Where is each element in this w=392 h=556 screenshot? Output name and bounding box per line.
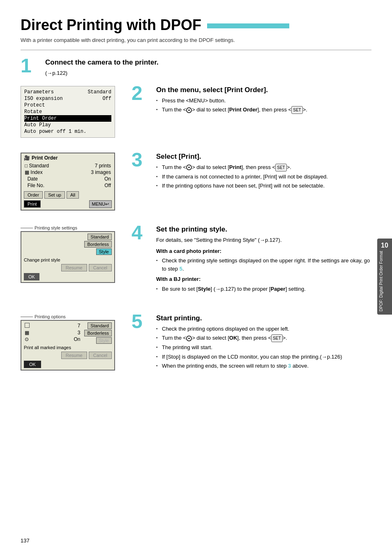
print-order-buttons: Order Set up All	[24, 191, 112, 199]
print-order-bottom: Print MENU↩	[24, 200, 112, 208]
options-annotation: Printing options	[21, 314, 123, 319]
style-options: Standard Borderless Style	[24, 234, 112, 255]
step-4-body: For details, see "Setting the Printing S…	[156, 236, 371, 293]
opt-row-3: ▦ 3	[24, 329, 81, 336]
print-options-left: 7 ▦ 3 ⊙ On	[24, 322, 81, 344]
step-2-bullet-2: Turn the <> dial to select [Print Order]…	[156, 106, 371, 114]
opt-row-7: 7	[24, 322, 81, 329]
step-5-screen: Printing options 7 ▦ 3	[21, 314, 123, 383]
chapter-text: DPOF: Digital Print Order Format	[379, 251, 383, 311]
print-options-right: Standard Borderless Style	[84, 322, 112, 344]
style-option-standard[interactable]: Standard	[88, 234, 112, 240]
step-1-body: (→p.122)	[45, 69, 371, 78]
print-all-label: Print all marked images	[24, 345, 112, 350]
opt-resume-btn[interactable]: Resume	[61, 352, 87, 359]
print-btn[interactable]: Print	[24, 200, 41, 208]
step-3-body: Turn the <> dial to select [Print], then…	[156, 163, 371, 190]
print-order-header: 🎥 Print Order	[24, 155, 112, 161]
style-label: Change print style	[24, 257, 112, 262]
step-4-sub-2: With a BJ printer:	[156, 275, 371, 284]
step-3-area: 🎥 Print Order □ Standard 7 prints ▦ Inde…	[21, 153, 371, 217]
step-3-bullet-1: Turn the <> dial to select [Print], then…	[156, 163, 371, 171]
step-2-area: Parameters Standard ISO expansion Off Pr…	[21, 86, 371, 144]
page-title: Direct Printing with DPOF	[21, 16, 371, 34]
resume-btn[interactable]: Resume	[61, 264, 87, 271]
print-order-row-fileno: File No. Off	[24, 182, 112, 189]
menu-btn[interactable]: MENU↩	[89, 200, 112, 208]
step-3-bullet-3: If the printing options have not been se…	[156, 182, 371, 190]
step-5-content: 5 Start printing. Check the printing opt…	[131, 314, 371, 383]
step-1-title: Connect the camera to the printer.	[45, 58, 371, 67]
step-4-sub-2-bullet-1: Be sure to set [Style] (→p.127) to the p…	[156, 285, 371, 293]
step-2-body: Press the <MENU> button. Turn the <> dia…	[156, 97, 371, 114]
step-5-detail: Start printing. Check the printing optio…	[156, 314, 371, 371]
step-2: 2 On the menu, select [Print Order]. Pre…	[131, 86, 371, 116]
step-5-body: Check the printing options displayed on …	[156, 325, 371, 370]
screen-row-parameters: Parameters Standard	[24, 89, 111, 95]
print-order-row-date: Date On	[24, 176, 112, 182]
print-options-top: 7 ▦ 3 ⊙ On Standard Borderless	[24, 322, 112, 344]
step-5-bullet-1: Check the printing options displayed on …	[156, 325, 371, 333]
style-option-style[interactable]: Style	[96, 248, 112, 255]
step-3-title: Select [Print].	[156, 153, 371, 161]
cancel-btn[interactable]: Cancel	[89, 264, 112, 271]
step-3: 3 Select [Print]. Turn the <> dial to se…	[131, 153, 371, 191]
all-btn[interactable]: All	[67, 191, 79, 199]
divider	[21, 50, 371, 50]
step-5-bullet-3: The printing will start.	[156, 343, 371, 352]
screen-row-iso: ISO expansion Off	[24, 95, 111, 102]
step-4: 4 Set the printing style. For details, s…	[131, 225, 371, 294]
style-screen: Standard Borderless Style Change print s…	[21, 231, 115, 283]
opt-style[interactable]: Style	[96, 337, 112, 344]
chapter-tab: 10 DPOF: Digital Print Order Format	[377, 239, 392, 315]
step-4-content: 4 Set the printing style. For details, s…	[131, 225, 371, 306]
screen-row-rotate: Rotate	[24, 109, 111, 115]
opt-cancel-btn[interactable]: Cancel	[89, 352, 112, 359]
step-4-area: Printing style settings Standard Borderl…	[21, 225, 371, 306]
step-4-sub-1-bullet-1: Check the printing style settings displa…	[156, 257, 371, 273]
step-3-detail: Select [Print]. Turn the <> dial to sele…	[156, 153, 371, 191]
step-4-number: 4	[131, 223, 152, 243]
step-2-bullet-1: Press the <MENU> button.	[156, 97, 371, 105]
step-5-area: Printing options 7 ▦ 3	[21, 314, 371, 383]
step-2-detail: On the menu, select [Print Order]. Press…	[156, 86, 371, 116]
print-order-screen: 🎥 Print Order □ Standard 7 prints ▦ Inde…	[21, 153, 115, 211]
print-opt-bottom: Resume Cancel	[24, 352, 112, 359]
print-options-screen: 7 ▦ 3 ⊙ On Standard Borderless	[21, 320, 115, 371]
order-btn[interactable]: Order	[24, 191, 43, 199]
subtitle: With a printer compatible with direct pr…	[21, 37, 371, 43]
step-5-title: Start printing.	[156, 314, 371, 322]
step-1: 1 Connect the camera to the printer. (→p…	[21, 58, 371, 78]
step-4-intro: For details, see "Setting the Printing S…	[156, 236, 371, 245]
ok-btn[interactable]: OK	[24, 273, 39, 280]
step-2-title: On the menu, select [Print Order].	[156, 86, 371, 94]
step-4-screen: Printing style settings Standard Borderl…	[21, 225, 123, 306]
chapter-number: 10	[379, 242, 390, 249]
step-1-number: 1	[21, 56, 41, 76]
page-number: 137	[21, 537, 30, 544]
step-2-number: 2	[131, 83, 152, 103]
step-3-screen: 🎥 Print Order □ Standard 7 prints ▦ Inde…	[21, 153, 123, 217]
screen-row-autoplay: Auto Play	[24, 122, 111, 128]
step-5: 5 Start printing. Check the printing opt…	[131, 314, 371, 371]
opt-standard[interactable]: Standard	[88, 322, 112, 329]
step-5-bullet-2: Turn the <> dial to select [OK], then pr…	[156, 334, 371, 342]
print-order-row-standard: □ Standard 7 prints	[24, 162, 112, 169]
opt-borderless[interactable]: Borderless	[84, 330, 112, 336]
step-2-screen: Parameters Standard ISO expansion Off Pr…	[21, 86, 123, 144]
style-annotation: Printing style settings	[21, 225, 123, 230]
step-4-detail: Set the printing style. For details, see…	[156, 225, 371, 294]
step-5-bullet-4: If [Stop] is displayed on the LCD monito…	[156, 353, 371, 361]
style-option-borderless[interactable]: Borderless	[84, 241, 112, 248]
camera-icon: 🎥	[24, 155, 30, 161]
step-2-content: 2 On the menu, select [Print Order]. Pre…	[131, 86, 371, 144]
step-4-sub-1: With a card photo printer:	[156, 247, 371, 256]
opt-ok-btn[interactable]: OK	[24, 361, 41, 368]
setup-btn[interactable]: Set up	[44, 191, 65, 199]
opt-checkbox-3: ▦	[25, 330, 29, 336]
menu-screen: Parameters Standard ISO expansion Off Pr…	[21, 86, 115, 138]
opt-icon-on: ⊙	[25, 336, 29, 342]
step-4-title: Set the printing style.	[156, 225, 371, 234]
step-3-bullet-2: If the camera is not connected to a prin…	[156, 173, 371, 181]
screen-row-autopoweroff: Auto power off 1 min.	[24, 128, 111, 135]
